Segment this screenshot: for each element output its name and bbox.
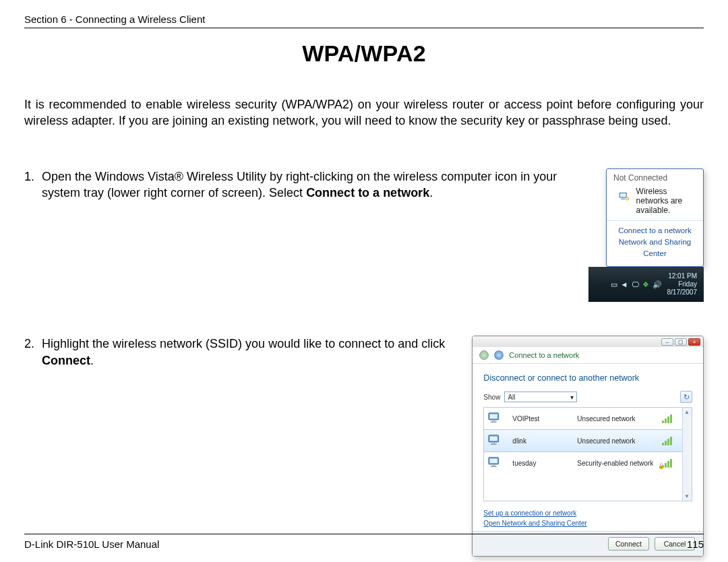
network-security: Security-enabled network: [577, 460, 658, 467]
network-security: Unsecured network: [577, 415, 658, 423]
signal-lock-icon: [662, 458, 675, 468]
svg-rect-8: [492, 420, 495, 422]
network-security: Unsecured network: [577, 437, 658, 445]
close-button[interactable]: ×: [688, 338, 700, 346]
network-pc-icon: [488, 456, 503, 470]
svg-rect-17: [491, 466, 497, 467]
network-row[interactable]: tuesday Security-enabled network: [484, 452, 692, 474]
svg-rect-13: [491, 444, 497, 445]
popup-not-connected: Not Connected: [607, 169, 703, 185]
signal-icon: [662, 414, 675, 423]
popup-available-text: Wireless networks are available.: [636, 187, 696, 215]
network-pc-icon: [488, 412, 503, 425]
footer-manual-name: D-Link DIR-510L User Manual: [24, 538, 159, 550]
svg-rect-11: [490, 437, 497, 441]
dialog-titlebar: – ▢ ×: [473, 336, 703, 347]
figure-connect-dialog: – ▢ × Connect to a network Disconnect or…: [472, 336, 704, 557]
svg-rect-12: [492, 443, 495, 444]
tray-date: 8/17/2007: [667, 288, 698, 296]
tray-icons: ▭ ◄ 🖵 ❖ 🔊: [611, 280, 663, 289]
link-setup-connection[interactable]: Set up a connection or network: [483, 508, 692, 518]
network-ssid: VOIPtest: [512, 415, 573, 423]
tray-clock[interactable]: 12:01 PM Friday 8/17/2007: [667, 272, 702, 296]
step-2: Highlight the wireless network (SSID) yo…: [24, 336, 454, 369]
network-ssid: tuesday: [512, 460, 573, 467]
battery-icon: ▭: [611, 280, 617, 289]
section-header: Section 6 - Connecting a Wireless Client: [24, 13, 704, 28]
network-ssid: dlink: [512, 437, 573, 445]
back-icon[interactable]: [479, 350, 489, 360]
chevron-left-icon[interactable]: ◄: [621, 280, 628, 288]
network-row[interactable]: dlink Unsecured network: [484, 429, 692, 452]
shield-icon: ❖: [642, 280, 649, 289]
step-2-text-a: Highlight the wireless network (SSID) yo…: [42, 337, 445, 350]
dialog-title: Connect to a network: [509, 351, 579, 359]
link-open-sharing-center[interactable]: Open Network and Sharing Center: [483, 518, 692, 528]
step-2-text-c: .: [90, 354, 94, 367]
globe-icon: [494, 350, 504, 360]
step-1-bold: Connect to a network: [306, 186, 429, 199]
svg-rect-9: [491, 422, 497, 423]
scrollbar[interactable]: [682, 408, 692, 501]
svg-rect-1: [620, 193, 626, 197]
network-list: VOIPtest Unsecured network dlink Unsecur…: [483, 407, 692, 501]
tray-day: Friday: [667, 280, 698, 288]
page-title: WPA/WPA2: [24, 40, 704, 67]
refresh-button[interactable]: ↻: [680, 391, 692, 403]
minimize-button[interactable]: –: [661, 338, 673, 346]
step-2-bold: Connect: [42, 354, 90, 367]
show-label: Show: [483, 394, 500, 401]
footer-page-number: 115: [687, 538, 704, 550]
svg-rect-16: [492, 465, 495, 466]
intro-paragraph: It is recommended to enable wireless sec…: [24, 96, 704, 129]
signal-icon: [662, 436, 675, 445]
taskbar: ▭ ◄ 🖵 ❖ 🔊 12:01 PM Friday 8/17/2007: [588, 267, 704, 302]
figure-tray-popup: Not Connected Wireless networks are avai…: [588, 168, 704, 303]
show-dropdown-value: All: [508, 394, 515, 401]
monitor-icon: [619, 192, 630, 210]
network-pc-icon: [488, 434, 503, 447]
dialog-heading: Disconnect or connect to another network: [483, 373, 692, 383]
show-dropdown[interactable]: All ▾: [504, 392, 577, 402]
popup-link-connect[interactable]: Connect to a network: [611, 225, 699, 237]
step-1-text-a: Open the Windows Vista® Wireless Utility…: [42, 170, 557, 199]
network-monitor-icon[interactable]: 🖵: [632, 280, 639, 288]
popup-link-sharing-center[interactable]: Network and Sharing Center: [611, 237, 699, 260]
maximize-button[interactable]: ▢: [675, 338, 687, 346]
network-row[interactable]: VOIPtest Unsecured network: [484, 408, 692, 429]
chevron-down-icon: ▾: [570, 394, 574, 401]
step-1: Open the Windows Vista® Wireless Utility…: [24, 168, 571, 201]
svg-rect-7: [490, 414, 497, 418]
svg-point-5: [627, 197, 628, 199]
volume-icon[interactable]: 🔊: [653, 280, 662, 289]
svg-rect-3: [621, 199, 626, 199]
tray-time: 12:01 PM: [667, 272, 698, 280]
svg-rect-15: [490, 459, 497, 463]
step-1-text-c: .: [429, 186, 433, 199]
svg-rect-2: [621, 197, 624, 198]
